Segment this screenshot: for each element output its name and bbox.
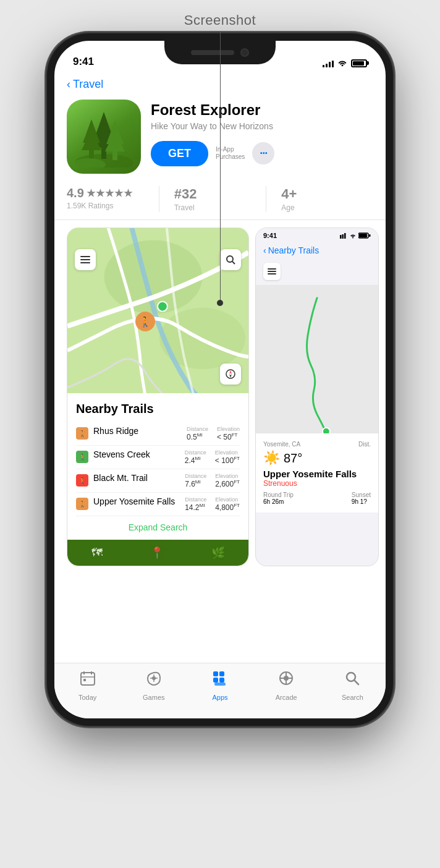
svg-rect-51 — [219, 671, 224, 676]
hiker-pin: 🚶 — [135, 312, 155, 331]
trail-item-2[interactable]: 🚶 Stevens Creek Distance 2.4MI — [76, 446, 240, 469]
ss2-back-button[interactable]: ‹ Nearby Trails — [263, 245, 371, 255]
screenshot-1: 9:41 — [67, 228, 249, 566]
arcade-icon — [277, 670, 295, 691]
svg-rect-53 — [219, 678, 224, 683]
tab-search[interactable]: Search — [319, 670, 386, 701]
svg-rect-38 — [256, 286, 378, 433]
ss2-trip-row: Round Trip 6h 26m Sunset 9h 1? — [263, 491, 371, 505]
front-camera — [240, 48, 249, 57]
app-subtitle: Hike Your Way to New Horizons — [151, 121, 373, 132]
ss2-trail-path — [256, 285, 378, 433]
status-time: 9:41 — [73, 56, 94, 68]
tab-apps-label: Apps — [212, 694, 227, 701]
screenshots-area: 9:41 — [54, 220, 386, 566]
expand-search-button[interactable]: Expand Search — [76, 516, 240, 534]
trail-stat-pair-4: Distance 14.2MI Elevation 4,800FT — [185, 496, 240, 512]
elevation-stat-4: Elevation 4,800FT — [215, 496, 240, 512]
ss2-back-label[interactable]: Nearby Trails — [268, 245, 319, 255]
app-header: Forest Explorer Hike Your Way to New Hor… — [54, 95, 386, 181]
ss2-trail-name: Upper Yosemite Falls — [263, 469, 371, 479]
tab-arcade[interactable]: Arcade — [253, 670, 319, 701]
map-menu-button[interactable] — [75, 249, 96, 270]
rank-value: #32 — [174, 186, 197, 202]
back-label[interactable]: Travel — [73, 78, 103, 91]
svg-point-20 — [158, 302, 167, 312]
elevation-stat-3: Elevation 2,600FT — [215, 473, 240, 488]
tab-games[interactable]: Games — [121, 670, 187, 701]
svg-rect-22 — [80, 259, 90, 260]
distance-stat-3: Distance 7.6MI — [185, 473, 206, 488]
app-bottom-bar: 🗺 📍 🌿 — [67, 540, 248, 566]
tab-search-label: Search — [342, 694, 363, 701]
ss2-status-bar: 9:41 — [256, 228, 378, 240]
page-wrapper: Screenshot 9:41 — [47, 12, 393, 726]
trail-dot-2: 🚶 — [76, 451, 88, 463]
ss2-dist-label: Dist. — [358, 441, 371, 448]
battery-fill — [353, 61, 364, 66]
tab-arcade-label: Arcade — [276, 694, 297, 701]
rank-category: Travel — [174, 203, 195, 212]
rating-number: 4.9 — [67, 186, 84, 200]
map-compass-button[interactable] — [220, 364, 241, 385]
tab-games-label: Games — [143, 694, 164, 701]
trail-list: Nearby Trails 🚶 Rhus Ridge Distance — [67, 393, 248, 540]
svg-rect-50 — [213, 671, 218, 676]
app-bar-icon-2: 📍 — [150, 546, 164, 560]
rating-age-item: 4+ Age — [266, 186, 373, 212]
trail-stats-2: Distance 2.4MI Elevation < 100FT — [185, 449, 240, 465]
screenshot-2: 9:41 ‹ Nearby Trails — [255, 228, 379, 566]
get-button[interactable]: GET — [151, 141, 208, 166]
ss2-sun-icon: ☀️ — [263, 450, 280, 466]
svg-rect-30 — [342, 234, 344, 239]
stars-icon: ★★★★★ — [87, 187, 133, 199]
elevation-stat-2: Elevation < 100FT — [215, 449, 240, 465]
app-actions: GET In-AppPurchases ··· — [151, 141, 373, 166]
ss2-menu-button[interactable] — [263, 263, 281, 280]
more-button[interactable]: ··· — [252, 142, 274, 164]
svg-rect-9 — [112, 151, 117, 160]
screenshot-label-area: Screenshot — [47, 12, 393, 28]
distance-stat-1: Distance 0.5MI — [187, 426, 208, 441]
svg-rect-21 — [80, 256, 90, 257]
svg-marker-28 — [229, 374, 232, 378]
trail-stat-pair-1: Distance 0.5MI Elevation < 50FT — [187, 426, 240, 441]
ss2-sunset: Sunset 9h 1? — [352, 491, 371, 505]
svg-rect-31 — [344, 233, 346, 239]
battery-icon — [351, 59, 367, 67]
trail-stats-4: Distance 14.2MI Elevation 4,800FT — [185, 496, 240, 512]
signal-bar-3 — [329, 62, 331, 67]
map-search-button[interactable] — [220, 249, 241, 270]
svg-rect-3 — [101, 148, 106, 159]
rating-rank-item: #32 Travel — [159, 186, 266, 212]
trail-item-3[interactable]: 🚶 Black Mt. Trail Distance 7.6MI — [76, 469, 240, 493]
ss2-difficulty: Strenuous — [263, 479, 371, 488]
svg-point-39 — [323, 428, 330, 433]
ss2-temperature: 87° — [284, 451, 302, 466]
in-app-label: In-AppPurchases — [216, 146, 245, 161]
app-bar-icon-3: 🌿 — [211, 546, 225, 560]
elevation-stat-1: Elevation < 50FT — [217, 426, 240, 441]
trail-item-1[interactable]: 🚶 Rhus Ridge Distance 0.5MI — [76, 422, 240, 446]
svg-rect-35 — [268, 268, 276, 270]
trail-name-3: Black Mt. Trail — [93, 473, 180, 483]
svg-point-45 — [152, 676, 156, 680]
ss2-trip-type: Round Trip 6h 26m — [263, 491, 294, 505]
svg-point-56 — [284, 676, 289, 681]
ss2-time: 9:41 — [263, 232, 277, 239]
back-arrow-icon: ‹ — [67, 78, 70, 91]
tab-today[interactable]: Today — [54, 670, 121, 701]
ss2-weather: ☀️ 87° — [263, 450, 371, 466]
phone-frame: 9:41 — [47, 33, 393, 726]
svg-rect-34 — [369, 234, 371, 237]
trail-item-4[interactable]: 🚶 Upper Yosemite Falls Distance 14.2MI — [76, 493, 240, 516]
back-nav[interactable]: ‹ Travel — [54, 72, 386, 95]
svg-rect-40 — [81, 673, 95, 685]
svg-rect-33 — [359, 234, 367, 237]
trail-stats-1: Distance 0.5MI Elevation < 50FT — [187, 426, 240, 441]
trail-name-2: Stevens Creek — [93, 449, 180, 459]
tab-apps[interactable]: Apps — [187, 670, 253, 701]
svg-rect-23 — [80, 262, 90, 263]
ss2-back-arrow: ‹ — [263, 245, 266, 255]
status-icons — [323, 58, 367, 68]
